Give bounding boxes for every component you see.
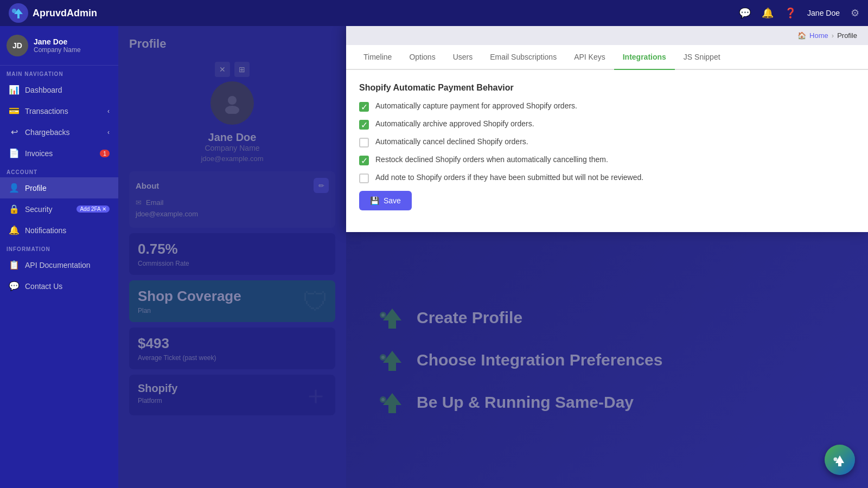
avatar: JD (7, 35, 28, 56)
checkbox-cancel[interactable] (359, 138, 369, 147)
checkbox-note[interactable] (359, 174, 369, 183)
invoices-badge: 1 (100, 150, 110, 157)
breadcrumb: 🏠 Home › Profile (346, 26, 868, 45)
app-logo[interactable]: ApruvdAdmin (9, 3, 97, 23)
invoices-icon: 📄 (9, 148, 20, 158)
modal-overlay: 🏠 Home › Profile Timeline Options Users … (118, 26, 868, 488)
sidebar-user-name: Jane Doe (34, 37, 81, 46)
help-icon[interactable]: ❓ (784, 7, 796, 19)
checkbox-restock[interactable]: ✓ (359, 156, 369, 165)
chargebacks-icon: ↩ (9, 127, 20, 137)
chevron-icon: ‹ (107, 129, 110, 136)
checkbox-label-note: Add note to Shopify orders if they have … (375, 173, 643, 182)
sidebar-item-security[interactable]: 🔒 Security Add 2FA ✕ (0, 198, 118, 220)
sidebar-section-info: INFORMATION (0, 241, 118, 254)
checkbox-row-restock: ✓ Restock declined Shopify orders when a… (359, 155, 855, 165)
tab-email-subscriptions[interactable]: Email Subscriptions (481, 45, 565, 70)
sidebar-item-label: Transactions (25, 107, 68, 115)
sidebar-item-notifications[interactable]: 🔔 Notifications (0, 220, 118, 241)
api-docs-icon: 📋 (9, 260, 20, 270)
top-nav: ApruvdAdmin 💬 🔔 ❓ Jane Doe ⚙ (0, 0, 868, 26)
checkbox-row-note: Add note to Shopify orders if they have … (359, 173, 855, 183)
tab-integrations[interactable]: Integrations (614, 45, 675, 70)
checkbox-label-archive: Automatically archive approved Shopify o… (375, 119, 534, 128)
notifications-icon: 🔔 (9, 225, 20, 235)
save-icon: 💾 (370, 196, 379, 205)
dashboard-icon: 📊 (9, 85, 20, 95)
profile-icon: 👤 (9, 183, 20, 193)
top-nav-right: 💬 🔔 ❓ Jane Doe ⚙ (739, 7, 859, 19)
sidebar-item-label: Security (25, 205, 53, 214)
checkbox-row-capture: ✓ Automatically capture payment for appr… (359, 101, 855, 112)
sidebar-item-invoices[interactable]: 📄 Invoices 1 (0, 143, 118, 164)
checkbox-archive[interactable]: ✓ (359, 120, 369, 130)
contact-icon: 💬 (9, 281, 20, 291)
sidebar-item-contact[interactable]: 💬 Contact Us (0, 275, 118, 297)
user-menu[interactable]: Jane Doe (807, 9, 840, 17)
app-name: ApruvdAdmin (33, 8, 97, 19)
sidebar-section-account: ACCOUNT (0, 164, 118, 177)
sidebar-item-dashboard[interactable]: 📊 Dashboard (0, 79, 118, 100)
save-button[interactable]: 💾 Save (359, 191, 412, 210)
sidebar-item-profile[interactable]: 👤 Profile (0, 177, 118, 198)
checkbox-row-cancel: Automatically cancel declined Shopify or… (359, 137, 855, 147)
save-label: Save (384, 196, 401, 205)
sidebar-item-label: Notifications (25, 226, 66, 235)
nav-user-name: Jane Doe (807, 9, 840, 17)
sidebar-item-label: Dashboard (25, 86, 62, 94)
tab-users[interactable]: Users (444, 45, 482, 70)
checkbox-capture[interactable]: ✓ (359, 102, 369, 112)
modal-content: Shopify Automatic Payment Behavior ✓ Aut… (346, 70, 868, 232)
chevron-icon: ‹ (107, 107, 110, 115)
sidebar-user: JD Jane Doe Company Name (0, 26, 118, 66)
transactions-icon: 💳 (9, 106, 20, 116)
security-icon: 🔒 (9, 204, 20, 214)
tab-timeline[interactable]: Timeline (355, 45, 400, 70)
settings-icon[interactable]: ⚙ (851, 7, 859, 19)
sidebar-item-label: Invoices (25, 149, 53, 158)
fab-button[interactable] (825, 445, 855, 475)
sidebar-item-api-docs[interactable]: 📋 API Documentation (0, 254, 118, 275)
tab-api-keys[interactable]: API Keys (565, 45, 614, 70)
checkbox-label-cancel: Automatically cancel declined Shopify or… (375, 137, 528, 146)
sidebar-item-label: Contact Us (25, 282, 62, 291)
sidebar-item-label: API Documentation (25, 261, 91, 269)
checkbox-row-archive: ✓ Automatically archive approved Shopify… (359, 119, 855, 130)
section-title: Shopify Automatic Payment Behavior (359, 83, 855, 93)
chat-icon[interactable]: 💬 (739, 7, 751, 19)
bell-icon[interactable]: 🔔 (762, 7, 774, 19)
svg-point-1 (12, 9, 16, 13)
tab-js-snippet[interactable]: JS Snippet (675, 45, 729, 70)
sidebar-item-label: Profile (25, 184, 47, 192)
add2fa-badge[interactable]: Add 2FA ✕ (76, 206, 110, 213)
checkbox-label-capture: Automatically capture payment for approv… (375, 101, 577, 110)
checkbox-label-restock: Restock declined Shopify orders when aut… (375, 155, 608, 164)
sidebar-section-main: MAIN NAVIGATION (0, 66, 118, 79)
breadcrumb-current: Profile (837, 31, 857, 40)
tab-options[interactable]: Options (400, 45, 444, 70)
sidebar-user-info: Jane Doe Company Name (34, 37, 81, 54)
breadcrumb-home-link[interactable]: Home (809, 31, 828, 40)
content-area: Profile ✕ ⊞ Jane Doe Company Name jdoe@e… (118, 26, 868, 488)
sidebar: JD Jane Doe Company Name MAIN NAVIGATION… (0, 26, 118, 488)
main-layout: JD Jane Doe Company Name MAIN NAVIGATION… (0, 26, 868, 488)
sidebar-user-company: Company Name (34, 46, 81, 54)
breadcrumb-separator: › (832, 31, 834, 40)
modal-panel: 🏠 Home › Profile Timeline Options Users … (346, 26, 868, 232)
modal-tabs: Timeline Options Users Email Subscriptio… (346, 45, 868, 70)
sidebar-item-label: Chargebacks (25, 128, 70, 137)
sidebar-item-chargebacks[interactable]: ↩ Chargebacks ‹ (0, 121, 118, 143)
sidebar-item-transactions[interactable]: 💳 Transactions ‹ (0, 100, 118, 121)
svg-point-10 (834, 458, 838, 461)
breadcrumb-home-icon: 🏠 (797, 31, 806, 40)
